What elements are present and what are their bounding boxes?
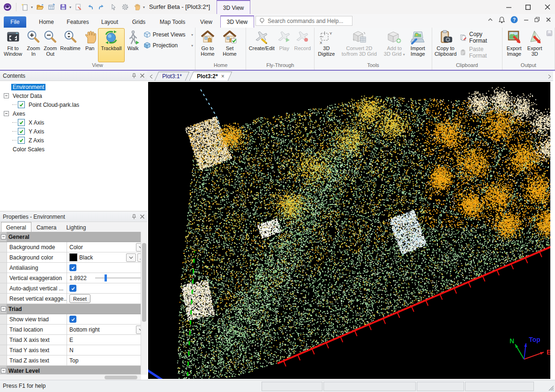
- copy-to-clipboard-button[interactable]: Copy toClipboard: [433, 28, 458, 62]
- preset-views-caret[interactable]: ▾: [191, 33, 193, 37]
- tab-lighting[interactable]: Lighting: [61, 222, 90, 232]
- document-restore-button[interactable]: [534, 17, 540, 22]
- notifications-bell-icon[interactable]: [499, 16, 505, 23]
- tree-item-vector-data[interactable]: Vector Data: [0, 91, 147, 100]
- tab-features[interactable]: Features: [61, 16, 95, 28]
- export-image-button[interactable]: ExportImage: [503, 28, 525, 62]
- new-dropdown-caret[interactable]: ▾: [31, 5, 33, 9]
- paste-format-button[interactable]: Paste Format: [460, 46, 499, 59]
- export-3d-button[interactable]: Export3D: [525, 28, 545, 62]
- point-cloud-canvas[interactable]: [148, 82, 550, 379]
- slider-thumb[interactable]: [105, 274, 107, 281]
- checkbox-checked[interactable]: [69, 264, 76, 271]
- section-general[interactable]: General: [0, 232, 147, 242]
- tree-item-environment[interactable]: Environment: [0, 82, 147, 91]
- checkbox-checked[interactable]: [69, 285, 76, 292]
- tab-layout[interactable]: Layout: [95, 16, 125, 28]
- new-window-button[interactable]: [47, 2, 56, 12]
- tab-scroll-right-icon[interactable]: [546, 72, 553, 81]
- color-swatch[interactable]: [69, 253, 77, 261]
- close-button[interactable]: [545, 4, 550, 10]
- projection-button[interactable]: Projection▾: [143, 41, 193, 50]
- fly-through-create-edit-button[interactable]: Create/Edit: [247, 28, 276, 62]
- tree-item-z-axis[interactable]: Z Axis: [0, 136, 147, 145]
- save-button[interactable]: [59, 2, 68, 12]
- pan-hand-icon[interactable]: [132, 2, 142, 12]
- import-image-button[interactable]: ImportImage: [407, 28, 428, 62]
- document-minimize-button[interactable]: [524, 17, 529, 22]
- qat-overflow-button[interactable]: ▾: [143, 5, 145, 9]
- projection-caret[interactable]: ▾: [191, 44, 193, 48]
- tree-item-color-scales[interactable]: Color Scales: [0, 145, 147, 154]
- triad-y-text-value[interactable]: N: [69, 347, 74, 354]
- tab-map-tools[interactable]: Map Tools: [153, 16, 192, 28]
- new-document-button[interactable]: [20, 2, 30, 12]
- select-cursor-button[interactable]: [109, 2, 118, 12]
- background-color-value[interactable]: Black: [79, 254, 93, 261]
- tab-home[interactable]: Home: [32, 16, 61, 28]
- section-water-level[interactable]: Water Level: [0, 366, 147, 375]
- tree-item-point-cloud[interactable]: Point Cloud-park.las: [0, 100, 147, 109]
- triad-x-text-value[interactable]: E: [69, 337, 73, 343]
- collapse-expander-icon[interactable]: [1, 234, 6, 239]
- add-to-3d-grid-button[interactable]: Add to3D Grid ▾: [381, 28, 407, 62]
- tab-file[interactable]: File: [4, 16, 26, 28]
- scrollbar-thumb[interactable]: [105, 376, 137, 379]
- fly-through-record-button[interactable]: Record: [292, 28, 313, 62]
- convert-2d-3d-grid-button[interactable]: Convert 2Dto/from 3D Grid: [337, 28, 381, 62]
- tab-close-icon[interactable]: ×: [221, 74, 225, 79]
- plot-tab-1[interactable]: Plot3:1*: [155, 72, 189, 81]
- dropdown-button[interactable]: [126, 253, 136, 262]
- tree-item-axes[interactable]: Axes: [0, 109, 147, 118]
- collapse-ribbon-button[interactable]: [488, 18, 493, 22]
- tab-general[interactable]: General: [1, 222, 31, 233]
- save-3d-view-icon[interactable]: [546, 30, 553, 37]
- pan-button[interactable]: Pan: [82, 28, 98, 62]
- close-icon[interactable]: [140, 214, 144, 219]
- search-input[interactable]: Search commands and Help...: [255, 16, 352, 26]
- checkbox-checked[interactable]: [18, 137, 25, 144]
- trackball-button[interactable]: Trackball: [98, 28, 125, 62]
- plot-tab-2-active[interactable]: Plot3:2* ×: [189, 72, 232, 81]
- export-document-button[interactable]: [74, 2, 83, 12]
- triad-location-value[interactable]: Bottom right: [69, 326, 100, 333]
- undo-button[interactable]: [85, 2, 95, 12]
- tab-view[interactable]: View: [192, 16, 220, 28]
- help-button[interactable]: ?: [510, 16, 518, 23]
- document-close-button[interactable]: [546, 17, 551, 22]
- copy-format-button[interactable]: Copy Format: [460, 31, 499, 44]
- pin-icon[interactable]: [132, 73, 136, 79]
- reset-button[interactable]: Reset: [69, 294, 90, 303]
- walk-button[interactable]: Walk: [125, 28, 142, 62]
- fly-through-play-button[interactable]: Play: [276, 28, 292, 62]
- go-to-home-button[interactable]: Go toHome: [196, 28, 219, 62]
- checkbox-checked[interactable]: [18, 101, 25, 108]
- scrollbar-thumb[interactable]: [142, 243, 146, 322]
- app-logo-icon[interactable]: [3, 2, 12, 12]
- properties-vertical-scrollbar[interactable]: [141, 232, 147, 375]
- save-dropdown-caret[interactable]: ▾: [69, 5, 71, 9]
- redo-button[interactable]: [97, 2, 106, 12]
- vertical-exaggeration-slider[interactable]: [95, 277, 142, 279]
- checkbox-checked[interactable]: [18, 119, 25, 126]
- close-icon[interactable]: [140, 74, 144, 78]
- vertical-exaggeration-value[interactable]: 1.8922: [69, 275, 87, 281]
- tree-item-x-axis[interactable]: X Axis: [0, 118, 147, 127]
- checkbox-checked[interactable]: [69, 316, 76, 323]
- tab-3d-view[interactable]: 3D View: [220, 15, 254, 28]
- collapse-expander-icon[interactable]: [4, 93, 9, 98]
- set-home-button[interactable]: SetHome: [219, 28, 240, 62]
- maximize-button[interactable]: [525, 5, 531, 10]
- preset-views-button[interactable]: Preset Views▾: [143, 30, 193, 39]
- collapse-expander-icon[interactable]: [1, 306, 6, 311]
- resize-grip[interactable]: [548, 385, 554, 391]
- realtime-button[interactable]: Realtime: [59, 28, 82, 62]
- background-mode-value[interactable]: Color: [69, 244, 83, 251]
- section-triad[interactable]: Triad: [0, 304, 147, 314]
- collapse-expander-icon[interactable]: [4, 111, 9, 116]
- tab-camera[interactable]: Camera: [32, 222, 61, 232]
- fit-to-window-button[interactable]: Fit toWindow: [1, 28, 25, 62]
- options-gear-icon[interactable]: [120, 2, 130, 12]
- triad-z-text-value[interactable]: Top: [69, 357, 78, 364]
- tree-item-y-axis[interactable]: Y Axis: [0, 127, 147, 136]
